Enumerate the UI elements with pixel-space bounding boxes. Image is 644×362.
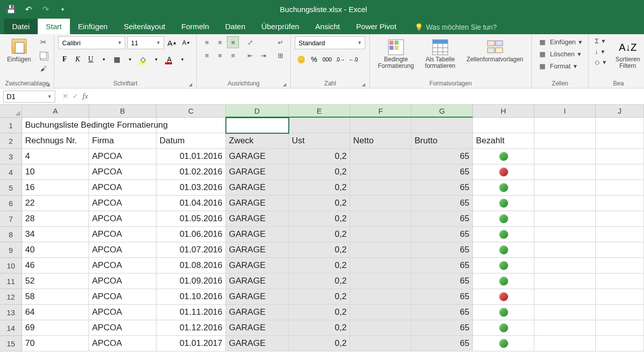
row-header-1[interactable]: 1 xyxy=(0,118,22,133)
cell-C6[interactable]: 01.04.2016 xyxy=(156,196,226,211)
cell-G2[interactable]: Brutto xyxy=(412,133,473,149)
qat-customize-icon[interactable]: ▾ xyxy=(57,4,67,14)
cell-H1[interactable] xyxy=(473,118,534,133)
cell-I14[interactable] xyxy=(534,320,596,336)
align-top-button[interactable]: ≡ xyxy=(201,36,213,48)
cell-D11[interactable]: GARAGE xyxy=(226,274,289,289)
merge-button[interactable]: ⊞ xyxy=(274,49,286,61)
orientation-button[interactable]: ⤢ xyxy=(244,36,256,48)
cell-E2[interactable]: Ust xyxy=(289,133,350,149)
cell-H13[interactable] xyxy=(473,305,534,320)
align-center-button[interactable]: ≡ xyxy=(214,49,226,61)
cell-B9[interactable]: APCOA xyxy=(89,242,156,258)
cell-D12[interactable]: GARAGE xyxy=(226,289,289,305)
cell-G12[interactable]: 65 xyxy=(412,289,473,305)
align-right-button[interactable]: ≡ xyxy=(227,49,239,61)
cell-C2[interactable]: Datum xyxy=(156,133,226,149)
cell-F13[interactable] xyxy=(350,305,412,320)
cell-A12[interactable]: 58 xyxy=(22,289,89,305)
row-header-6[interactable]: 6 xyxy=(0,196,22,211)
cell-E10[interactable]: 0,2 xyxy=(289,258,350,274)
cell-I15[interactable] xyxy=(534,336,596,351)
col-header-E[interactable]: E xyxy=(289,105,350,118)
sort-filter-button[interactable]: A↓Z Sortieren Filtern xyxy=(611,36,644,71)
cell-A4[interactable]: 10 xyxy=(22,164,89,180)
row-header-10[interactable]: 10 xyxy=(0,258,22,274)
cell-J5[interactable] xyxy=(596,180,644,196)
cell-J14[interactable] xyxy=(596,320,644,336)
cell-B14[interactable]: APCOA xyxy=(89,320,156,336)
undo-icon[interactable]: ↶ xyxy=(23,4,33,14)
cell-F6[interactable] xyxy=(350,196,412,211)
cell-A10[interactable]: 46 xyxy=(22,258,89,274)
row-header-7[interactable]: 7 xyxy=(0,211,22,227)
cell-F1[interactable] xyxy=(350,118,412,133)
cell-A15[interactable]: 70 xyxy=(22,336,89,351)
cell-B4[interactable]: APCOA xyxy=(89,164,156,180)
formula-input[interactable] xyxy=(92,90,644,103)
cell-B7[interactable]: APCOA xyxy=(89,211,156,227)
cell-H7[interactable] xyxy=(473,211,534,227)
cell-F15[interactable] xyxy=(350,336,412,351)
conditional-formatting-button[interactable]: Bedingte Formatierung xyxy=(374,36,418,71)
cell-D3[interactable]: GARAGE xyxy=(226,149,289,164)
cell-J11[interactable] xyxy=(596,274,644,289)
cell-F5[interactable] xyxy=(350,180,412,196)
increase-font-button[interactable]: A▲ xyxy=(166,37,178,49)
increase-indent-button[interactable]: ⇥ xyxy=(257,49,269,61)
cell-F9[interactable] xyxy=(350,242,412,258)
cell-B15[interactable]: APCOA xyxy=(89,336,156,351)
row-header-2[interactable]: 2 xyxy=(0,133,22,149)
cell-I11[interactable] xyxy=(534,274,596,289)
cell-H12[interactable] xyxy=(473,289,534,305)
clear-button[interactable]: ◇ ▾ xyxy=(593,57,608,67)
row-header-12[interactable]: 12 xyxy=(0,289,22,305)
tab-formeln[interactable]: Formeln xyxy=(174,19,217,34)
cell-A7[interactable]: 28 xyxy=(22,211,89,227)
cell-E9[interactable]: 0,2 xyxy=(289,242,350,258)
row-header-5[interactable]: 5 xyxy=(0,180,22,196)
cell-G4[interactable]: 65 xyxy=(412,164,473,180)
cell-D14[interactable]: GARAGE xyxy=(226,320,289,336)
cell-I7[interactable] xyxy=(534,211,596,227)
cell-F10[interactable] xyxy=(350,258,412,274)
cell-D7[interactable]: GARAGE xyxy=(226,211,289,227)
fill-color-button[interactable]: ◇ xyxy=(137,53,149,65)
underline-button[interactable]: U xyxy=(85,53,97,65)
launcher-icon[interactable]: ◢ xyxy=(46,82,50,87)
align-bottom-button[interactable]: ≡ xyxy=(227,36,239,48)
cell-B2[interactable]: Firma xyxy=(89,133,156,149)
cell-F4[interactable] xyxy=(350,164,412,180)
decrease-indent-button[interactable]: ⇤ xyxy=(244,49,256,61)
save-icon[interactable]: 💾 xyxy=(6,4,16,14)
copy-button[interactable] xyxy=(37,49,50,61)
cell-I2[interactable] xyxy=(534,133,596,149)
cell-A14[interactable]: 69 xyxy=(22,320,89,336)
cell-B11[interactable]: APCOA xyxy=(89,274,156,289)
cell-A2[interactable]: Rechnugs Nr. xyxy=(22,133,89,149)
cell-G5[interactable]: 65 xyxy=(412,180,473,196)
col-header-I[interactable]: I xyxy=(534,105,596,118)
row-header-4[interactable]: 4 xyxy=(0,164,22,180)
cell-B6[interactable]: APCOA xyxy=(89,196,156,211)
tab-daten[interactable]: Daten xyxy=(217,19,254,34)
cell-D10[interactable]: GARAGE xyxy=(226,258,289,274)
cell-C15[interactable]: 01.01.2017 xyxy=(156,336,226,351)
accounting-button[interactable]: 🪙 xyxy=(295,53,307,65)
col-header-J[interactable]: J xyxy=(596,105,644,118)
cell-C12[interactable]: 01.10.2016 xyxy=(156,289,226,305)
cell-E8[interactable]: 0,2 xyxy=(289,227,350,242)
cell-A13[interactable]: 64 xyxy=(22,305,89,320)
cell-E3[interactable]: 0,2 xyxy=(289,149,350,164)
cell-H2[interactable]: Bezahlt xyxy=(473,133,534,149)
comma-button[interactable]: 000 xyxy=(321,53,333,65)
cell-styles-button[interactable]: Zellenformatvorlagen xyxy=(462,36,527,65)
row-header-9[interactable]: 9 xyxy=(0,242,22,258)
cell-F11[interactable] xyxy=(350,274,412,289)
underline-dropdown[interactable]: ▼ xyxy=(98,53,110,65)
cell-H5[interactable] xyxy=(473,180,534,196)
borders-button[interactable]: ▦ xyxy=(111,53,123,65)
cell-J13[interactable] xyxy=(596,305,644,320)
tab-seitenlayout[interactable]: Seitenlayout xyxy=(116,19,174,34)
tab-file[interactable]: Datei xyxy=(4,19,38,34)
